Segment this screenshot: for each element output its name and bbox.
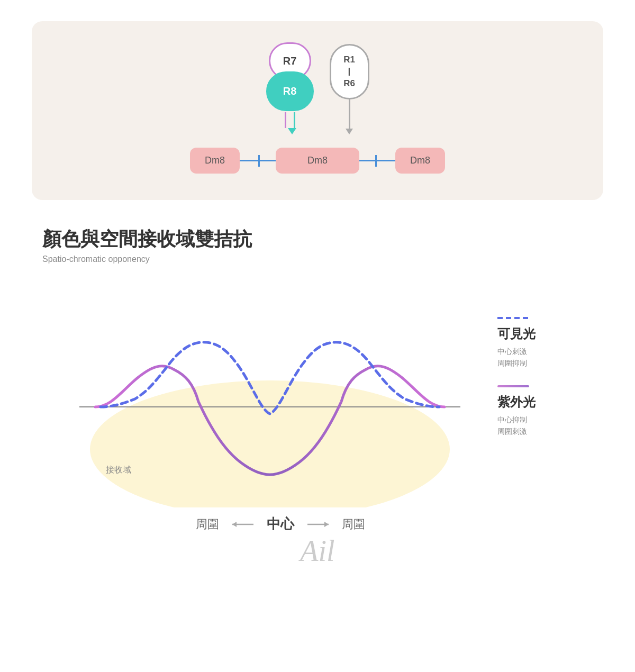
receptive-field-bg [90,380,450,507]
r8-receptor: R8 [266,71,314,111]
bottom-section: 顏色與空間接收域雙拮抗 Spatio-chromatic opponency [32,226,603,523]
uv-light-line [497,385,529,387]
h-line-right2 [377,160,395,161]
right-inhibit-connector [359,155,395,167]
r1r6-label: R1 | R6 [343,54,355,89]
dm8-center: Dm8 [276,148,359,174]
uv-light-desc: 中心抑制 周圍刺激 [497,414,582,438]
r1r6-stem [349,99,350,129]
dm8-left: Dm8 [190,148,240,174]
r8-label: R8 [283,85,297,97]
r1r6-receptor-group: R1 | R6 [330,44,369,134]
right-label: 周圍 [342,516,365,532]
h-line-right [359,160,375,161]
h-line-left [240,160,258,161]
axis-labels: 周圍 中心 周圍 [42,515,497,533]
wave-container: 接收域 周圍 中心 周圍 [42,285,497,523]
visible-light-line [497,317,529,319]
r1r6-receptor: R1 | R6 [330,44,369,99]
visible-light-label: 可見光 [497,325,582,342]
svg-marker-3 [324,522,329,527]
r1r6-arrow [346,129,353,134]
ail-footer: Ail [32,534,603,568]
receptive-field-label: 接收域 [106,465,131,476]
uv-light-label: 紫外光 [497,394,582,411]
r7-stem [285,112,286,128]
right-arrows [305,518,331,531]
left-arrows [230,518,256,531]
dm8-row: Dm8 Dm8 Dm8 [190,148,445,174]
section-title-en: Spatio-chromatic opponency [42,255,150,264]
diagram-area: 接收域 周圍 中心 周圍 [42,285,593,523]
legend-uv-light: 紫外光 中心抑制 周圍刺激 [497,385,582,438]
center-label: 中心 [267,515,294,533]
r7-label: R7 [283,55,297,67]
top-diagram: R7 R8 R1 | R6 Dm8 [32,21,603,200]
legend-visible-light: 可見光 中心刺激 周圍抑制 [497,317,582,369]
legend: 可見光 中心刺激 周圍抑制 紫外光 中心抑制 周圍刺激 [497,285,593,438]
left-inhibit-connector [240,155,276,167]
visible-light-desc: 中心刺激 周圍抑制 [497,346,582,369]
svg-marker-1 [232,522,237,527]
h-line-left2 [260,160,276,161]
dm8-right: Dm8 [395,148,445,174]
r8-stem [294,112,295,128]
r8-arrow [288,128,296,134]
section-title-zh: 顏色與空間接收域雙拮抗 [42,226,252,252]
left-label: 周圍 [196,516,219,532]
